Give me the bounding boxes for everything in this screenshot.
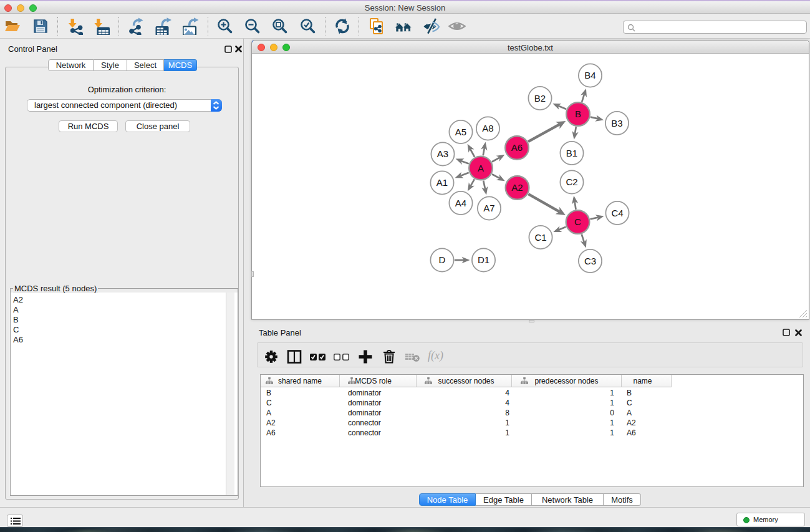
svg-text:C: C: [574, 216, 581, 227]
svg-text:B2: B2: [534, 93, 546, 104]
svg-text:C1: C1: [534, 232, 546, 243]
svg-text:C3: C3: [584, 256, 596, 266]
svg-text:D1: D1: [478, 254, 489, 265]
svg-text:B1: B1: [566, 148, 577, 158]
svg-text:A1: A1: [436, 177, 448, 188]
svg-text:C4: C4: [611, 208, 623, 218]
svg-text:A: A: [478, 163, 484, 173]
svg-text:B4: B4: [584, 70, 595, 80]
svg-text:B3: B3: [611, 118, 622, 128]
svg-text:A7: A7: [483, 203, 494, 213]
svg-text:A8: A8: [482, 123, 493, 133]
svg-text:A5: A5: [455, 127, 466, 137]
svg-text:A6: A6: [511, 142, 523, 153]
svg-text:B: B: [575, 109, 581, 119]
svg-text:C2: C2: [566, 177, 577, 187]
svg-text:D: D: [439, 254, 446, 265]
svg-text:A3: A3: [437, 148, 448, 159]
svg-text:A2: A2: [511, 182, 523, 193]
svg-text:A4: A4: [455, 198, 466, 208]
